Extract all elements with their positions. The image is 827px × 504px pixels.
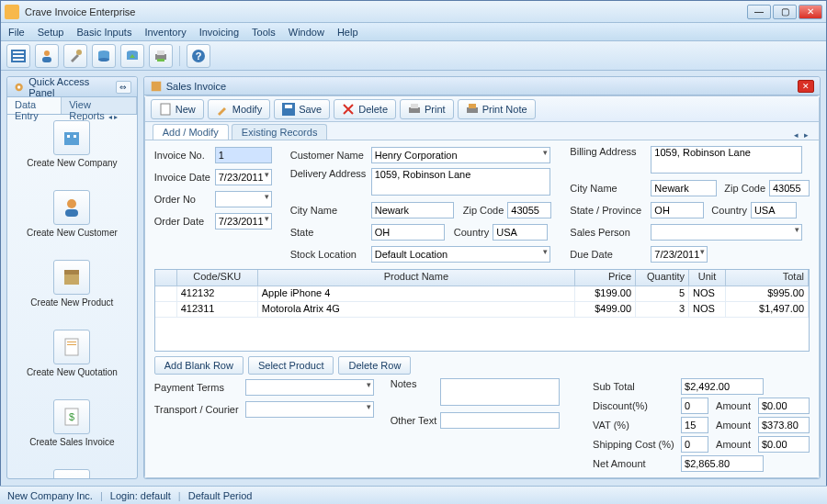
- maximize-button[interactable]: ▢: [773, 5, 797, 19]
- lbl-subtotal: Sub Total: [593, 381, 677, 392]
- svg-rect-2: [13, 55, 24, 57]
- country-input[interactable]: [493, 224, 548, 241]
- toolbar-user-icon[interactable]: [35, 44, 59, 68]
- svg-rect-19: [64, 132, 79, 145]
- close-button[interactable]: ✕: [799, 5, 822, 19]
- delete-row-button[interactable]: Delete Row: [338, 356, 411, 375]
- lbl-invoice-date: Invoice Date: [154, 172, 211, 183]
- svg-rect-46: [411, 104, 418, 108]
- shipping-amt: [758, 436, 810, 453]
- notes-input[interactable]: [440, 378, 560, 406]
- tab-add-modify[interactable]: Add / Modify: [153, 124, 229, 140]
- bcountry-input[interactable]: [751, 202, 797, 218]
- panel-close-button[interactable]: ✕: [798, 80, 814, 93]
- grid-row[interactable]: 412132Apple iPhone 4$199.005NOS$995.00: [155, 286, 809, 302]
- lbl-vat: VAT (%): [593, 420, 677, 431]
- billing-address-input[interactable]: [651, 146, 802, 174]
- bcity-input[interactable]: [651, 180, 717, 196]
- discount-pct-input[interactable]: [681, 398, 708, 414]
- toolbar-print-icon[interactable]: [149, 44, 173, 68]
- new-button[interactable]: New: [151, 99, 204, 119]
- modify-button[interactable]: Modify: [208, 99, 270, 119]
- qap-create-sales-invoice[interactable]: $Create Sales Invoice: [35, 399, 108, 462]
- toolbar-db-up-icon[interactable]: [120, 44, 144, 68]
- qap-create-company[interactable]: Create New Company: [35, 120, 108, 183]
- svg-rect-25: [64, 270, 79, 274]
- invoice-no-input[interactable]: [215, 147, 272, 163]
- customer-name-input[interactable]: [371, 147, 550, 163]
- lbl-country: Country: [454, 227, 490, 238]
- print-note-button[interactable]: Print Note: [458, 99, 536, 119]
- toolbar-db-icon[interactable]: [92, 44, 116, 68]
- line-items-grid: Code/SKU Product Name Price Quantity Uni…: [154, 269, 810, 352]
- tab-existing-records[interactable]: Existing Records: [232, 124, 328, 140]
- titlebar: Crave Invoice Enterprise — ▢ ✕: [1, 1, 826, 23]
- toolbar-list-icon[interactable]: [6, 44, 30, 68]
- lbl-shipping: Shipping Cost (%): [593, 439, 677, 450]
- lbl-payment-terms: Payment Terms: [154, 382, 242, 393]
- add-blank-row-button[interactable]: Add Blank Row: [154, 356, 244, 375]
- lbl-delivery: Delivery Address: [290, 168, 368, 179]
- lbl-bstate: State / Province: [570, 205, 647, 216]
- stock-location-input[interactable]: [371, 246, 550, 263]
- col-sku[interactable]: Code/SKU: [177, 270, 258, 286]
- print-button[interactable]: Print: [400, 99, 454, 119]
- order-date-input[interactable]: [215, 213, 272, 230]
- delete-button[interactable]: Delete: [334, 99, 396, 119]
- toolbar-help-icon[interactable]: ?: [187, 44, 210, 68]
- col-unit[interactable]: Unit: [689, 270, 726, 286]
- grid-row[interactable]: 412311Motorola Atrix 4G$499.003NOS$1,497…: [155, 302, 809, 318]
- col-total[interactable]: Total: [726, 270, 809, 286]
- menu-tools[interactable]: Tools: [252, 27, 276, 38]
- vat-pct-input[interactable]: [681, 417, 708, 433]
- statusbar: New Company Inc.| Login: default| Defaul…: [0, 486, 827, 504]
- svg-rect-26: [65, 339, 78, 355]
- window-title: Crave Invoice Enterprise: [25, 6, 747, 17]
- menu-inventory[interactable]: Inventory: [144, 27, 186, 38]
- menu-setup[interactable]: Setup: [38, 27, 64, 38]
- save-button[interactable]: Save: [274, 99, 330, 119]
- col-product[interactable]: Product Name: [258, 270, 575, 286]
- menu-basic-inputs[interactable]: Basic Inputs: [76, 27, 131, 38]
- col-price[interactable]: Price: [575, 270, 636, 286]
- menu-window[interactable]: Window: [289, 27, 324, 38]
- transport-input[interactable]: [245, 401, 374, 418]
- svg-rect-28: [67, 344, 76, 345]
- qap-create-quotation[interactable]: Create New Quotation: [35, 330, 108, 392]
- select-product-button[interactable]: Select Product: [248, 356, 334, 375]
- lbl-customer: Customer Name: [290, 150, 368, 161]
- qap-collapse-button[interactable]: ⇔: [116, 81, 131, 94]
- minimize-button[interactable]: —: [747, 5, 771, 19]
- tab-nav-next[interactable]: ▸: [801, 130, 811, 140]
- svg-rect-20: [67, 135, 70, 138]
- sales-title: Sales Invoice: [166, 81, 226, 92]
- other-text-input[interactable]: [440, 412, 560, 429]
- qap-tab-view-reports[interactable]: View Reports◂ ▸: [62, 97, 137, 114]
- qap-create-product[interactable]: Create New Product: [35, 260, 108, 322]
- qap-create-customer[interactable]: Create New Customer: [35, 190, 108, 252]
- order-no-input[interactable]: [215, 191, 272, 207]
- duedate-input[interactable]: [651, 246, 708, 263]
- zip-input[interactable]: [507, 202, 551, 218]
- lbl-zip: Zip Code: [463, 205, 504, 216]
- toolbar-tools-icon[interactable]: [63, 44, 87, 68]
- qap-receive-payments[interactable]: $Receive Payments: [35, 469, 108, 478]
- svg-rect-5: [42, 57, 51, 62]
- shipping-pct-input[interactable]: [681, 436, 708, 453]
- state-input[interactable]: [371, 224, 445, 241]
- menu-invoicing[interactable]: Invoicing: [199, 27, 239, 38]
- bstate-input[interactable]: [651, 202, 704, 218]
- city-input[interactable]: [371, 202, 454, 218]
- invoice-date-input[interactable]: [215, 169, 272, 185]
- lbl-order-no: Order No: [154, 194, 211, 205]
- salesperson-input[interactable]: [651, 224, 802, 241]
- col-qty[interactable]: Quantity: [636, 270, 689, 286]
- qap-tab-data-entry[interactable]: Data Entry: [7, 97, 62, 114]
- bzip-input[interactable]: [769, 180, 810, 196]
- payment-terms-input[interactable]: [245, 379, 374, 396]
- tab-nav-prev[interactable]: ◂: [791, 130, 801, 140]
- delivery-address-input[interactable]: [371, 168, 550, 196]
- menu-file[interactable]: File: [8, 27, 25, 38]
- menubar: File Setup Basic Inputs Inventory Invoic…: [1, 23, 826, 41]
- menu-help[interactable]: Help: [337, 27, 358, 38]
